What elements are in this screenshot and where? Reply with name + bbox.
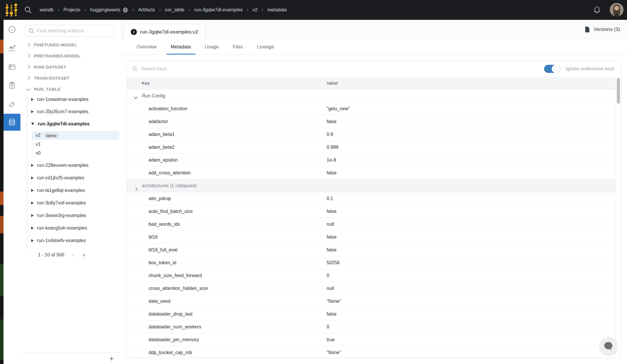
tab-usage[interactable]: Usage — [201, 39, 223, 55]
sidebar-run-item[interactable]: run-3sese3rg-examples — [20, 209, 120, 222]
breadcrumb-item[interactable]: Artifacts — [138, 7, 155, 13]
version-item-v2[interactable]: v2 latest — [33, 131, 119, 140]
scrollbar-thumb[interactable] — [617, 78, 620, 104]
table-row: dataloader_num_workers0 — [127, 321, 616, 333]
background-window-strip — [0, 20, 4, 364]
pagination-next-button[interactable]: › — [83, 252, 85, 258]
breadcrumb-item[interactable]: Projects — [63, 7, 80, 13]
sidebar-category-pretrained-model[interactable]: PRETRAINED-MODEL — [20, 50, 120, 61]
sidebar-run-item[interactable]: run-1zewdmar-examples — [20, 93, 120, 106]
breadcrumb-separator: › — [58, 7, 59, 12]
triangle-right-icon — [31, 98, 34, 101]
chevron-right-icon — [26, 65, 30, 69]
wandb-logo[interactable] — [4, 3, 19, 17]
column-header-value: Value — [327, 80, 338, 86]
scrollbar-track[interactable] — [615, 77, 621, 358]
artifacts-database-icon[interactable] — [4, 114, 20, 131]
chevron-down-icon — [134, 96, 137, 101]
charts-icon[interactable] — [4, 41, 20, 56]
chevron-right-icon — [26, 54, 30, 58]
triangle-right-icon — [31, 202, 34, 204]
triangle-right-icon — [31, 176, 34, 179]
triangle-right-icon — [31, 214, 34, 217]
app-window: wandb › Projects › huggingtweets › Artif… — [0, 0, 627, 364]
table-row: add_cross_attentionfalse — [127, 167, 616, 179]
breadcrumb-item[interactable]: run_table — [165, 7, 184, 13]
sidebar-run-item[interactable]: run-cd1jhcf5-examples — [20, 172, 120, 184]
latest-tag: latest — [43, 132, 59, 139]
breadcrumb-item[interactable]: wandb — [40, 7, 53, 13]
sidebar-run-item[interactable]: run-koacg5oh-examples — [20, 222, 120, 234]
left-icon-rail: i — [4, 20, 21, 364]
table-row: adafactorfalse — [127, 115, 616, 128]
table-header-row: Key Value — [127, 77, 616, 90]
artifact-version-tab[interactable]: i run-3gqlw7dl-examples:v2 — [123, 24, 205, 40]
sweeps-broom-icon[interactable] — [4, 97, 20, 112]
add-artifact-button[interactable]: + — [109, 355, 114, 362]
sidebar-run-item[interactable]: run-20y35cm7-examples — [20, 106, 120, 118]
search-icon — [28, 28, 34, 34]
breadcrumb-item[interactable]: v2 — [252, 7, 257, 13]
help-chat-button[interactable] — [599, 337, 618, 356]
table-row: attn_pdrop0.1 — [127, 192, 616, 205]
metadata-search-input[interactable] — [141, 66, 541, 72]
breadcrumb-separator: › — [247, 7, 248, 12]
sidebar-run-item[interactable]: run-3o6y7vof-examples — [20, 197, 120, 209]
sidebar-category-raw-dataset[interactable]: RAW-DATASET — [20, 61, 120, 72]
pagination-range: 1 - 10 of 500 — [38, 252, 64, 258]
document-icon — [584, 26, 591, 33]
globe-icon — [123, 7, 128, 13]
version-item-v0[interactable]: v0 — [33, 149, 119, 158]
reports-icon[interactable] — [4, 78, 20, 93]
sidebar-run-item[interactable]: run-1s4doefv-examples — [20, 235, 120, 247]
version-item-v1[interactable]: v1 — [33, 140, 119, 149]
table-row: bf16false — [127, 231, 616, 244]
table-group-row[interactable]: Run Config — [127, 90, 616, 102]
ignore-underscore-toggle[interactable] — [544, 65, 560, 73]
chevron-right-icon — [134, 186, 137, 191]
breadcrumb-item[interactable]: run-3gqlw7dl-examples — [194, 7, 243, 13]
breadcrumb-separator: › — [189, 7, 190, 12]
triangle-right-icon — [31, 227, 34, 230]
tab-lineage[interactable]: Lineage — [252, 39, 278, 55]
search-icon[interactable] — [24, 6, 32, 14]
breadcrumb-item[interactable]: huggingtweets — [90, 7, 128, 13]
pagination-prev-button[interactable]: ‹ — [72, 252, 74, 258]
search-icon — [132, 66, 138, 72]
table-row: auto_find_batch_sizefalse — [127, 205, 616, 218]
sidebar-category-run-table[interactable]: RUN_TABLE — [20, 83, 120, 94]
sidebar-run-item[interactable]: run-228evxem-examples — [20, 159, 120, 172]
triangle-right-icon — [31, 189, 34, 192]
sidebar-category-train-dataset[interactable]: TRAIN-DATASET — [20, 72, 120, 83]
sidebar-run-item[interactable]: run-la1ge6qt-examples — [20, 184, 120, 197]
overview-info-icon[interactable]: i — [4, 22, 20, 37]
user-avatar[interactable] — [610, 3, 623, 17]
table-row: adam_beta10.9 — [127, 128, 616, 141]
tab-overview[interactable]: Overview — [132, 39, 161, 55]
versions-button[interactable]: Versions (3) — [584, 20, 620, 39]
tab-files[interactable]: Files — [228, 39, 247, 55]
table-row: dataloader_drop_lastfalse — [127, 308, 616, 321]
table-row: cross_attention_hidden_sizenull — [127, 282, 616, 295]
chevron-down-icon — [26, 87, 30, 91]
tables-icon[interactable] — [4, 60, 20, 75]
artifact-sidebar: FINETUNED-MODEL PRETRAINED-MODEL RAW-DAT… — [20, 20, 121, 364]
sidebar-footer: + — [20, 352, 120, 364]
artifact-search-input[interactable] — [36, 28, 111, 34]
breadcrumb-separator: › — [159, 7, 161, 12]
info-icon: i — [131, 29, 137, 35]
artifact-nav-tabs: Overview Metadata Usage Files Lineage — [120, 39, 627, 55]
notifications-bell-icon[interactable] — [593, 6, 601, 14]
artifact-search-box[interactable] — [25, 25, 114, 37]
main-content: i run-3gqlw7dl-examples:v2 Versions (3) … — [120, 20, 627, 364]
chevron-right-icon — [26, 76, 30, 80]
triangle-right-icon — [31, 110, 34, 113]
breadcrumb-separator: › — [262, 7, 263, 12]
sidebar-run-item-selected[interactable]: run-3gqlw7dl-examples — [20, 118, 120, 130]
tab-metadata[interactable]: Metadata — [166, 39, 195, 55]
sidebar-category-finetuned-model[interactable]: FINETUNED-MODEL — [20, 39, 120, 50]
breadcrumb-item[interactable]: metadata — [267, 7, 287, 13]
table-row: chunk_size_feed_forward0 — [127, 269, 616, 282]
column-header-key: Key — [142, 80, 150, 86]
table-group-row[interactable]: architectures (1 collapsed) — [127, 179, 616, 192]
